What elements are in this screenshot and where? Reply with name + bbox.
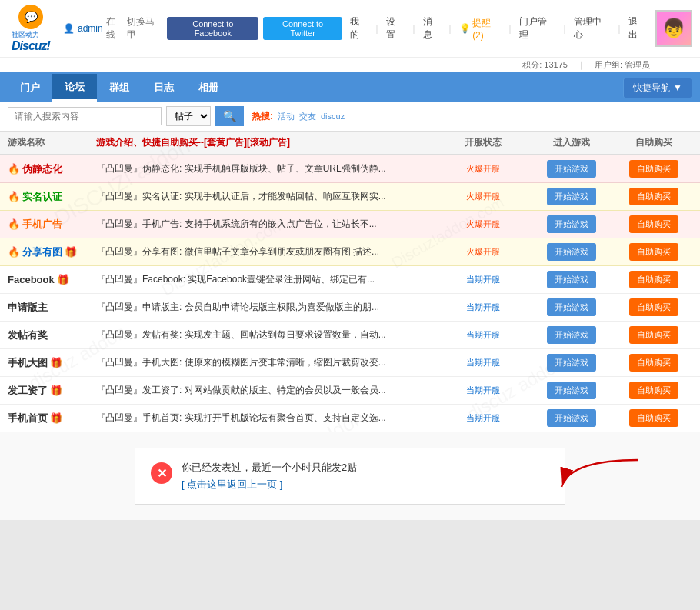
game-status-5: 当期开服 — [438, 302, 527, 313]
navbar: 门户 论坛 群组 日志 相册 快捷导航 ▼ — [0, 74, 700, 102]
game-desc-5: 『凸凹曼』申请版主: 会员自助申请论坛版主权限,为喜爱做版主的朋... — [96, 301, 438, 314]
portal-mgmt-link[interactable]: 门户管理 — [519, 15, 555, 42]
buy-btn-3[interactable]: 自助购买 — [615, 243, 692, 261]
buy-button-6[interactable]: 自助购买 — [629, 326, 678, 344]
nav-item-forum[interactable]: 论坛 — [52, 74, 97, 102]
divider6: ｜ — [615, 22, 624, 35]
chevron-down-icon: ▼ — [673, 82, 682, 93]
enter-btn-3[interactable]: 开始游戏 — [527, 243, 615, 261]
buy-button-9[interactable]: 自助购买 — [629, 409, 678, 427]
buy-button-2[interactable]: 自助购买 — [629, 215, 678, 233]
logout-link[interactable]: 退出 — [628, 15, 646, 42]
divider2: ｜ — [409, 22, 418, 35]
buy-btn-1[interactable]: 自助购买 — [615, 188, 692, 205]
start-game-button-1[interactable]: 开始游戏 — [547, 188, 596, 205]
buy-btn-5[interactable]: 自助购买 — [615, 298, 692, 316]
buy-button-8[interactable]: 自助购买 — [629, 382, 678, 399]
reminder-link[interactable]: 💡 提醒(2) — [459, 17, 501, 41]
header: 💬 社区动力 Discuz! 👤 admin 在线 切换马甲 Connect t… — [0, 0, 700, 74]
twitter-connect-button[interactable]: Connect to Twitter — [263, 17, 342, 40]
notice-link[interactable]: [ 点击这里返回上一页 ] — [182, 478, 357, 492]
enter-btn-2[interactable]: 开始游戏 — [527, 215, 615, 233]
game-name-0: 🔥 伪静态化 — [8, 162, 96, 176]
start-game-button-7[interactable]: 开始游戏 — [547, 354, 596, 372]
buy-button-0[interactable]: 自助购买 — [629, 160, 678, 178]
enter-btn-1[interactable]: 开始游戏 — [527, 188, 615, 205]
col-header-status: 开服状态 — [438, 136, 527, 149]
start-game-button-9[interactable]: 开始游戏 — [547, 409, 596, 427]
gift-icon-9: 🎁 — [50, 412, 62, 424]
hot-tag-social[interactable]: 交友 — [299, 111, 316, 122]
nav-item-diary[interactable]: 日志 — [142, 74, 186, 102]
search-bar: 帖子 🔍 热搜: 活动 交友 discuz — [0, 102, 700, 132]
search-input[interactable] — [8, 107, 162, 125]
buy-btn-8[interactable]: 自助购买 — [615, 382, 692, 399]
enter-btn-7[interactable]: 开始游戏 — [527, 354, 615, 372]
fire-icon-1: 🔥 — [8, 191, 20, 202]
enter-btn-0[interactable]: 开始游戏 — [527, 160, 615, 178]
nav-item-portal[interactable]: 门户 — [8, 74, 52, 102]
hot-label: 热搜: — [252, 110, 273, 123]
buy-button-5[interactable]: 自助购买 — [629, 298, 678, 316]
start-game-button-3[interactable]: 开始游戏 — [547, 243, 596, 261]
buy-button-3[interactable]: 自助购买 — [629, 243, 678, 261]
enter-btn-4[interactable]: 开始游戏 — [527, 271, 615, 288]
nav-item-group[interactable]: 群组 — [97, 74, 142, 102]
buy-btn-6[interactable]: 自助购买 — [615, 326, 692, 344]
enter-btn-5[interactable]: 开始游戏 — [527, 298, 615, 316]
buy-button-4[interactable]: 自助购买 — [629, 271, 678, 288]
buy-btn-7[interactable]: 自助购买 — [615, 354, 692, 372]
divider5: ｜ — [560, 22, 569, 35]
red-arrow — [554, 456, 646, 505]
username[interactable]: admin — [78, 23, 103, 34]
buy-btn-9[interactable]: 自助购买 — [615, 409, 692, 427]
buy-btn-0[interactable]: 自助购买 — [615, 160, 692, 178]
enter-btn-6[interactable]: 开始游戏 — [527, 326, 615, 344]
hot-tag-discuz[interactable]: discuz — [321, 112, 345, 121]
switch-label[interactable]: 切换马甲 — [127, 15, 162, 42]
buy-button-1[interactable]: 自助购买 — [629, 188, 678, 205]
main-table: DISCUZ! addon Discuz!addon.com discuz ad… — [0, 132, 700, 432]
game-name-9: 手机首页 🎁 — [8, 412, 96, 425]
start-game-button-6[interactable]: 开始游戏 — [547, 326, 596, 344]
buy-btn-4[interactable]: 自助购买 — [615, 271, 692, 288]
game-desc-8: 『凸凹曼』发工资了: 对网站做贡献的版主、特定的会员以及一般会员... — [96, 384, 438, 397]
avatar[interactable]: 👦 — [655, 10, 692, 47]
start-game-button-4[interactable]: 开始游戏 — [547, 271, 596, 288]
game-name-6: 发帖有奖 — [8, 328, 96, 342]
buy-btn-2[interactable]: 自助购买 — [615, 215, 692, 233]
gift-icon-4: 🎁 — [57, 274, 69, 285]
notice-text: 你已经发表过，最近一个小时只能发2贴 — [182, 461, 357, 475]
start-game-button-0[interactable]: 开始游戏 — [547, 160, 596, 178]
table-row: 申请版主 『凸凹曼』申请版主: 会员自助申请论坛版主权限,为喜爱做版主的朋...… — [0, 294, 700, 322]
user-group-display: 用户组: 管理员 — [595, 59, 650, 71]
settings-link[interactable]: 设置 — [386, 15, 404, 42]
buy-button-7[interactable]: 自助购买 — [629, 354, 678, 372]
quick-nav-button[interactable]: 快捷导航 ▼ — [623, 78, 692, 98]
messages-link[interactable]: 消息 — [423, 15, 441, 42]
start-game-button-8[interactable]: 开始游戏 — [547, 382, 596, 399]
hot-tag-activity[interactable]: 活动 — [278, 111, 295, 122]
divider4: ｜ — [505, 22, 515, 35]
user-status: 在线 — [106, 15, 124, 42]
start-game-button-2[interactable]: 开始游戏 — [547, 215, 596, 233]
search-type-select[interactable]: 帖子 — [166, 106, 211, 126]
user-section: 👤 admin 在线 切换马甲 — [63, 15, 162, 42]
nav-item-album[interactable]: 相册 — [186, 74, 231, 102]
admin-center-link[interactable]: 管理中心 — [574, 15, 610, 42]
table-row: 发帖有奖 『凸凹曼』发帖有奖: 实现发主题、回帖达到每日要求设置数量，自动...… — [0, 322, 700, 349]
search-button[interactable]: 🔍 — [215, 106, 244, 126]
enter-btn-8[interactable]: 开始游戏 — [527, 382, 615, 399]
table-row: 🔥 实名认证 『凸凹曼』实名认证: 实现手机认证后，才能发帖回帖、响应互联网实.… — [0, 183, 700, 211]
game-desc-3: 『凸凹曼』分享有图: 微信里帖子文章分享到朋友或朋友圈有图 描述... — [96, 245, 438, 258]
reminder-text: 提醒(2) — [472, 17, 501, 41]
user-icon: 👤 — [63, 23, 75, 34]
header-top-row: 💬 社区动力 Discuz! 👤 admin 在线 切换马甲 Connect t… — [0, 0, 700, 57]
game-desc-9: 『凸凹曼』手机首页: 实现打开手机版论坛有聚合首页、支持自定义选... — [96, 412, 438, 425]
my-dropdown[interactable]: 我的 — [350, 15, 368, 42]
col-header-enter: 进入游戏 — [527, 136, 615, 149]
points-display[interactable]: 积分: 13175 — [522, 59, 568, 71]
facebook-connect-button[interactable]: Connect to Facebook — [167, 17, 258, 40]
enter-btn-9[interactable]: 开始游戏 — [527, 409, 615, 427]
start-game-button-5[interactable]: 开始游戏 — [547, 298, 596, 316]
